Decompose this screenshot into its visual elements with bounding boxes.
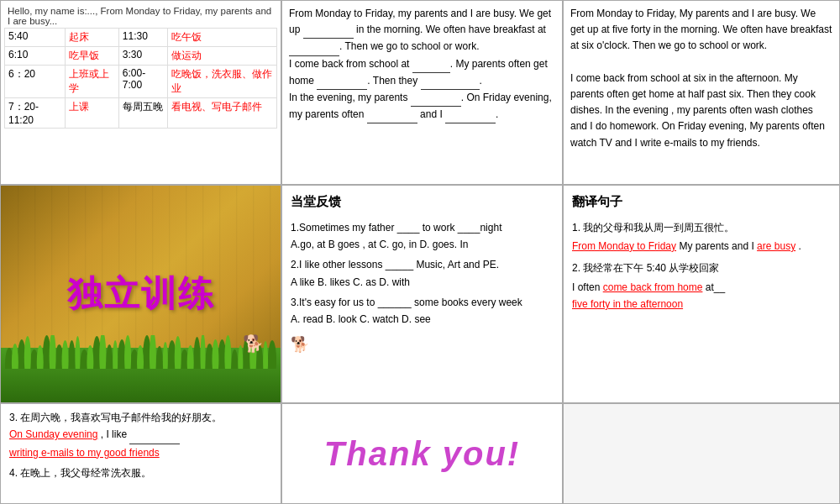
blank3 <box>412 56 450 73</box>
activity-cell: 起床 <box>65 29 118 47</box>
blank6 <box>411 90 461 107</box>
sign-text: 独立训练 <box>67 270 215 318</box>
svg-point-29 <box>99 335 106 369</box>
reading-text: From Monday to Friday, My parents and I … <box>570 8 832 51</box>
activity-cell: 看电视、写电子邮件 <box>167 98 276 129</box>
svg-point-37 <box>201 335 206 369</box>
blank5 <box>421 73 480 90</box>
activity-cell: 上班或上学 <box>65 66 118 98</box>
passage-cell: From Monday to Friday, my parents and I … <box>281 0 563 185</box>
svg-point-28 <box>87 345 93 369</box>
time-cell: 6：20 <box>5 66 66 98</box>
translation-q2-answer: I often come back from home at__ <box>572 279 831 296</box>
feedback-q3: 3.It's easy for us to ______ some books … <box>291 294 554 311</box>
q1-opts: A.go, at B goes , at C. go, in D. goes. … <box>291 239 468 250</box>
schedule-cell: Hello, my name is:..., From Monday to Fr… <box>0 0 281 185</box>
svg-point-25 <box>50 335 56 369</box>
sign-cell: 独立训练 <box>0 185 281 403</box>
q2-answer1: come back from home <box>603 281 703 293</box>
svg-point-42 <box>263 341 268 369</box>
time-cell: 5:40 <box>5 29 66 47</box>
svg-point-21 <box>268 340 276 369</box>
translation-cell: 翻译句子 1. 我的父母和我从周一到周五很忙。 From Monday to F… <box>563 185 840 403</box>
q3-answer1: On Sunday evening <box>9 428 97 440</box>
reading-cell: From Monday to Friday, My parents and I … <box>563 0 840 185</box>
q3-ans2: writing e-mails to my good friends <box>9 447 160 459</box>
time-cell: 7：20-11:20 <box>5 98 66 129</box>
time-cell: 6:00-7:00 <box>118 66 167 98</box>
schedule-table: 5:40 起床 11:30 吃午饭 6:10 吃早饭 3:30 做运动 6：20… <box>4 28 277 129</box>
blank2 <box>289 39 339 55</box>
feedback-q2: 2.I like other lessons _____ Music, Art … <box>291 256 554 273</box>
q1-blank-text: My parents and I <box>679 240 757 252</box>
bottom-left-cell: 3. 在周六晚，我喜欢写电子邮件给我的好朋友。 On Sunday evenin… <box>0 403 281 504</box>
passage-text3: In the evening, my parents . On Friday e… <box>289 92 552 120</box>
wooden-sign-bg: 独立训练 <box>1 186 281 402</box>
q3-answer2: writing e-mails to my good friends <box>9 444 272 461</box>
svg-point-32 <box>137 345 144 369</box>
svg-point-8 <box>106 344 113 369</box>
q1-chinese: 1. 我的父母和我从周一到周五很忙。 <box>572 222 734 234</box>
q2-mid: at__ <box>706 281 725 293</box>
svg-point-5 <box>69 340 76 369</box>
bottom-right-cell <box>563 403 840 504</box>
blank8 <box>445 107 496 123</box>
q3-text: 3.It's easy for us to ______ some books … <box>291 297 522 308</box>
q3-chinese: 3. 在周六晚，我喜欢写电子邮件给我的好朋友。 <box>9 409 272 426</box>
svg-point-38 <box>212 339 218 369</box>
thank-you-cell: Thank you! <box>281 403 563 504</box>
q1-end: . <box>798 240 801 252</box>
dog-emoji: 🐕 <box>291 332 554 358</box>
svg-point-24 <box>37 345 44 369</box>
activity-cell: 做运动 <box>167 47 276 66</box>
translation-q2-answer2: five forty in the afternoon <box>572 296 831 312</box>
translation-q1-answer: From Monday to Friday My parents and I a… <box>572 238 831 255</box>
q2-chinese: 2. 我经常在下午 5:40 从学校回家 <box>572 262 719 274</box>
q3-answer: On Sunday evening , I like <box>9 426 272 444</box>
svg-point-22 <box>12 344 18 369</box>
activity-cell: 吃早饭 <box>65 47 118 66</box>
svg-point-12 <box>156 346 163 369</box>
q1-text: 1.Sometimes my father ____ to work ____n… <box>291 222 501 234</box>
svg-point-23 <box>24 336 31 369</box>
blank1 <box>303 22 354 39</box>
q2-answer2: five forty in the afternoon <box>572 298 683 310</box>
intro-text: Hello, my name is:..., From Monday to Fr… <box>4 4 277 28</box>
translate-title: 翻译句子 <box>572 191 831 213</box>
q3-blank <box>129 426 180 444</box>
thank-you-text: Thank you! <box>324 435 520 473</box>
activity-cell: 吃午饭 <box>167 29 276 47</box>
blank4 <box>317 73 367 90</box>
svg-point-18 <box>231 349 238 369</box>
time-cell: 每周五晚 <box>118 98 167 129</box>
passage-text2: I come back from school at . My parents … <box>289 58 548 87</box>
svg-point-34 <box>163 342 168 369</box>
translation-q2: 2. 我经常在下午 5:40 从学校回家 <box>572 260 831 276</box>
feedback-q3-opts: A. read B. look C. watch D. see <box>291 311 554 328</box>
q2-opts: A like B. likes C. as D. with <box>291 276 410 288</box>
feedback-q2-opts: A like B. likes C. as D. with <box>291 274 554 291</box>
svg-point-15 <box>194 337 201 369</box>
q2-text: 2.I like other lessons _____ Music, Art … <box>291 259 499 270</box>
feedback-title: 当堂反馈 <box>291 191 554 213</box>
blank7 <box>367 107 417 123</box>
svg-point-30 <box>113 340 118 369</box>
svg-point-39 <box>224 335 231 369</box>
reading-text2: I come back from school at six in the af… <box>570 72 825 149</box>
q1-answer1: From Monday to Friday <box>572 240 676 252</box>
svg-point-33 <box>150 335 156 369</box>
q1-answer2: are busy <box>757 240 795 252</box>
svg-point-27 <box>75 336 80 369</box>
svg-point-31 <box>124 335 131 369</box>
svg-point-26 <box>62 340 69 369</box>
q3-mid: , I like <box>101 428 127 440</box>
feedback-q1-opts: A.go, at B goes , at C. go, in D. goes. … <box>291 236 554 253</box>
feedback-cell: 当堂反馈 1.Sometimes my father ____ to work … <box>281 185 563 403</box>
time-cell: 6:10 <box>5 47 66 66</box>
svg-point-36 <box>187 345 194 369</box>
time-cell: 11:30 <box>118 29 167 47</box>
svg-point-35 <box>175 336 181 369</box>
translation-q1: 1. 我的父母和我从周一到周五很忙。 <box>572 219 831 236</box>
q3-opts: A. read B. look C. watch D. see <box>291 313 431 325</box>
feedback-q1: 1.Sometimes my father ____ to work ____n… <box>291 219 554 236</box>
